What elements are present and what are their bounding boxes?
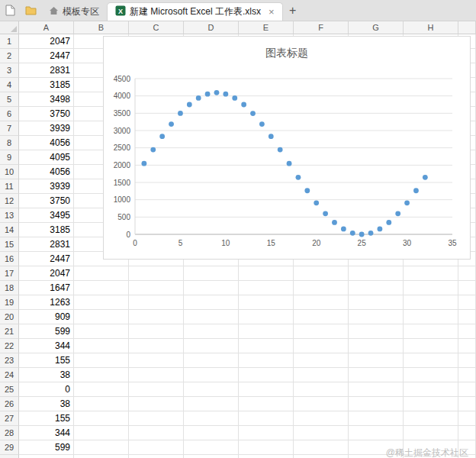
cell-F27[interactable]: [294, 411, 349, 426]
cell-B18[interactable]: [74, 281, 129, 295]
cell-A20[interactable]: 909: [19, 310, 74, 324]
cell-F30[interactable]: [294, 455, 349, 458]
cell-H24[interactable]: [404, 368, 458, 382]
cell-H17[interactable]: [404, 266, 458, 281]
cell-E19[interactable]: [239, 295, 294, 310]
cell-F21[interactable]: [294, 324, 349, 339]
cell-I21[interactable]: [458, 324, 476, 339]
row-header-28[interactable]: 28: [0, 426, 19, 440]
cell-F19[interactable]: [294, 295, 349, 310]
open-folder-icon[interactable]: [21, 0, 41, 21]
cell-H22[interactable]: [404, 339, 458, 353]
cell-D28[interactable]: [184, 426, 239, 440]
cell-I26[interactable]: [458, 397, 476, 411]
cell-E20[interactable]: [239, 310, 294, 324]
cell-A7[interactable]: 3939: [19, 121, 74, 136]
cell-B29[interactable]: [74, 440, 129, 455]
cell-A10[interactable]: 4056: [19, 165, 74, 179]
row-header-11[interactable]: 11: [0, 179, 19, 194]
cell-A21[interactable]: 599: [19, 324, 74, 339]
cell-G27[interactable]: [349, 411, 404, 426]
cell-E18[interactable]: [239, 281, 294, 295]
cell-F18[interactable]: [294, 281, 349, 295]
row-header-29[interactable]: 29: [0, 440, 19, 455]
cell-H19[interactable]: [404, 295, 458, 310]
cell-A4[interactable]: 3185: [19, 78, 74, 92]
cell-I20[interactable]: [458, 310, 476, 324]
cell-I25[interactable]: [458, 382, 476, 397]
cell-I19[interactable]: [458, 295, 476, 310]
row-header-10[interactable]: 10: [0, 165, 19, 179]
cell-A12[interactable]: 3750: [19, 194, 74, 208]
cell-C25[interactable]: [129, 382, 184, 397]
column-header-A[interactable]: A: [19, 21, 74, 34]
cell-B22[interactable]: [74, 339, 129, 353]
cell-C28[interactable]: [129, 426, 184, 440]
cell-E29[interactable]: [239, 440, 294, 455]
cell-D23[interactable]: [184, 353, 239, 368]
cell-A26[interactable]: 38: [19, 397, 74, 411]
cell-I28[interactable]: [458, 426, 476, 440]
cell-C30[interactable]: [129, 455, 184, 458]
cell-I27[interactable]: [458, 411, 476, 426]
cell-D20[interactable]: [184, 310, 239, 324]
cell-D18[interactable]: [184, 281, 239, 295]
new-tab-button[interactable]: +: [283, 0, 303, 21]
cell-A8[interactable]: 4056: [19, 136, 74, 150]
cell-F22[interactable]: [294, 339, 349, 353]
cell-F17[interactable]: [294, 266, 349, 281]
cell-C29[interactable]: [129, 440, 184, 455]
cell-F28[interactable]: [294, 426, 349, 440]
tab-template-zone[interactable]: 模板专区: [41, 2, 107, 21]
tab-workbook[interactable]: X 新建 Microsoft Excel 工作表.xlsx ×: [107, 2, 283, 21]
row-header-5[interactable]: 5: [0, 92, 19, 107]
cell-E25[interactable]: [239, 382, 294, 397]
cell-E17[interactable]: [239, 266, 294, 281]
cell-A18[interactable]: 1647: [19, 281, 74, 295]
cell-F29[interactable]: [294, 440, 349, 455]
cell-B30[interactable]: [74, 455, 129, 458]
cell-D21[interactable]: [184, 324, 239, 339]
cell-A24[interactable]: 38: [19, 368, 74, 382]
row-header-19[interactable]: 19: [0, 295, 19, 310]
cell-A29[interactable]: 599: [19, 440, 74, 455]
cell-F24[interactable]: [294, 368, 349, 382]
row-header-16[interactable]: 16: [0, 252, 19, 266]
cell-E28[interactable]: [239, 426, 294, 440]
cell-G21[interactable]: [349, 324, 404, 339]
select-all-corner[interactable]: [0, 21, 19, 34]
cell-C18[interactable]: [129, 281, 184, 295]
cell-C27[interactable]: [129, 411, 184, 426]
cell-D22[interactable]: [184, 339, 239, 353]
cell-C26[interactable]: [129, 397, 184, 411]
cell-A14[interactable]: 3185: [19, 223, 74, 237]
cell-H20[interactable]: [404, 310, 458, 324]
cell-A6[interactable]: 3750: [19, 107, 74, 121]
cell-A15[interactable]: 2831: [19, 237, 74, 252]
cell-E30[interactable]: [239, 455, 294, 458]
cell-D17[interactable]: [184, 266, 239, 281]
cell-H27[interactable]: [404, 411, 458, 426]
cell-F23[interactable]: [294, 353, 349, 368]
row-header-25[interactable]: 25: [0, 382, 19, 397]
cell-B23[interactable]: [74, 353, 129, 368]
cell-A25[interactable]: 0: [19, 382, 74, 397]
column-header-G[interactable]: G: [349, 21, 404, 34]
row-header-21[interactable]: 21: [0, 324, 19, 339]
cell-C24[interactable]: [129, 368, 184, 382]
cell-A2[interactable]: 2447: [19, 49, 74, 63]
row-header-17[interactable]: 17: [0, 266, 19, 281]
cell-E22[interactable]: [239, 339, 294, 353]
cell-I23[interactable]: [458, 353, 476, 368]
row-header-18[interactable]: 18: [0, 281, 19, 295]
row-header-24[interactable]: 24: [0, 368, 19, 382]
cell-A19[interactable]: 1263: [19, 295, 74, 310]
cell-B26[interactable]: [74, 397, 129, 411]
cell-G28[interactable]: [349, 426, 404, 440]
row-header-3[interactable]: 3: [0, 63, 19, 78]
cell-C21[interactable]: [129, 324, 184, 339]
cell-C17[interactable]: [129, 266, 184, 281]
cell-B28[interactable]: [74, 426, 129, 440]
cell-G22[interactable]: [349, 339, 404, 353]
cell-H28[interactable]: [404, 426, 458, 440]
